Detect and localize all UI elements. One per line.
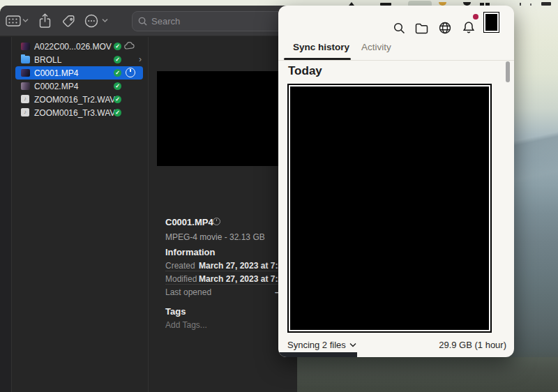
file-row-zoom-tr3[interactable]: ♪ ZOOM0016_Tr3.WAV <box>15 106 143 119</box>
synced-badge-icon <box>114 96 121 103</box>
tab-sync-history[interactable]: Sync history <box>293 42 349 52</box>
audio-file-icon: ♪ <box>21 108 29 116</box>
add-tags-field[interactable]: Add Tags... <box>165 320 207 330</box>
sync-history-list-redacted[interactable] <box>287 84 492 333</box>
folder-icon <box>21 56 30 63</box>
divider <box>278 60 514 61</box>
scrollbar-thumb[interactable] <box>506 61 510 82</box>
file-row-zoom-tr2[interactable]: ♪ ZOOM0016_Tr2.WAV <box>15 93 143 106</box>
bell-icon[interactable] <box>462 21 475 34</box>
file-row-a022[interactable]: A022C00...026.MOV <box>15 40 143 53</box>
sync-popup: Sync history Activity Today Syncing 2 fi… <box>278 6 514 357</box>
synced-badge-icon <box>114 82 121 90</box>
sync-pending-icon <box>213 218 220 225</box>
information-header: Information <box>165 247 216 257</box>
divider <box>165 271 279 271</box>
wallpaper-foreground <box>297 357 558 392</box>
search-icon[interactable] <box>393 22 405 34</box>
column-divider[interactable] <box>148 37 149 392</box>
finder-toolbar <box>0 6 297 36</box>
video-thumbnail-icon <box>21 43 30 50</box>
folder-icon[interactable] <box>415 23 428 34</box>
finder-window: A022C00...026.MOV BROLL › C0001.MP4 C000… <box>0 6 297 392</box>
file-name: C0001.MP4 <box>34 68 78 78</box>
file-row-c0002[interactable]: C0002.MP4 <box>15 80 143 93</box>
synced-badge-icon <box>114 109 121 116</box>
screen-recording-indicator[interactable] <box>408 1 432 6</box>
sync-progress-bar <box>278 352 357 357</box>
synced-badge-icon <box>114 69 121 77</box>
chevron-down-icon[interactable] <box>22 18 29 23</box>
sidebar-edge <box>0 37 11 392</box>
search-icon <box>138 17 147 26</box>
storage-usage-label: 29.9 GB (1 hour) <box>439 340 506 350</box>
more-actions-icon[interactable] <box>84 14 98 28</box>
file-name: ZOOM0016_Tr3.WAV <box>34 108 115 118</box>
tags-header: Tags <box>165 306 186 317</box>
menu-bar <box>0 0 558 6</box>
video-thumbnail-icon <box>21 69 30 77</box>
info-label: Created <box>165 261 195 271</box>
video-thumbnail-icon <box>21 82 30 90</box>
preview-title: C0001.MP4 <box>165 217 213 227</box>
info-label: Last opened <box>165 287 211 297</box>
chevron-down-icon <box>349 342 356 347</box>
file-name: C0002.MP4 <box>34 82 78 91</box>
divider <box>165 284 279 285</box>
menu-extra-icon[interactable] <box>530 3 531 6</box>
file-name: BROLL <box>34 55 61 65</box>
menu-extra-icon[interactable] <box>520 3 521 6</box>
section-title: Today <box>288 64 322 78</box>
sync-progress-icon <box>126 68 135 77</box>
syncing-status-dropdown[interactable]: Syncing 2 files <box>287 340 356 350</box>
file-row-broll[interactable]: BROLL › <box>15 53 143 66</box>
menu-extra-icon[interactable] <box>541 2 551 6</box>
tag-icon[interactable] <box>62 15 76 29</box>
search-field[interactable] <box>132 11 294 31</box>
file-name: ZOOM0016_Tr2.WAV <box>34 95 115 105</box>
file-row-c0001-selected[interactable]: C0001.MP4 <box>15 66 143 80</box>
tab-activity[interactable]: Activity <box>361 42 391 52</box>
preview-subtitle: MPEG-4 movie - 32.13 GB <box>165 232 265 242</box>
audio-file-icon: ♪ <box>21 95 29 103</box>
synced-badge-icon <box>114 43 121 50</box>
column-divider <box>11 37 12 392</box>
account-avatar[interactable] <box>483 12 499 33</box>
syncing-status-label: Syncing 2 files <box>287 340 346 350</box>
preview-thumbnail[interactable] <box>157 71 278 166</box>
notification-badge <box>473 14 478 20</box>
view-options-icon[interactable] <box>6 15 21 27</box>
wallpaper-mountain-ridge <box>513 115 558 199</box>
cloud-download-icon <box>124 41 135 50</box>
globe-icon[interactable] <box>439 22 451 34</box>
chevron-down-icon[interactable] <box>102 18 108 23</box>
chevron-right-icon: › <box>139 54 142 64</box>
info-label: Modified <box>165 274 197 284</box>
share-icon[interactable] <box>39 13 51 29</box>
file-name: A022C00...026.MOV <box>34 42 112 52</box>
search-input[interactable] <box>151 16 263 27</box>
synced-badge-icon <box>114 56 121 63</box>
